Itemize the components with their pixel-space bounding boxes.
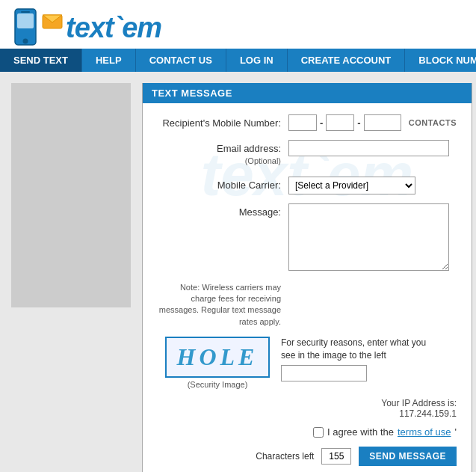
envelope-icon [41,11,64,30]
terms-row: I agree with the terms of use ' [158,426,457,438]
captcha-sublabel: (Security Image) [165,380,270,389]
ip-label-text: Your IP Address is: [381,398,457,408]
email-sublabel: (Optional) [158,156,281,167]
svg-rect-3 [21,11,30,13]
email-label-text: Email address: [217,143,281,154]
ip-value: 117.244.159.1 [399,408,457,419]
recipient-row: Recipient's Mobile Number: - - CONTACTS [158,114,457,131]
phone-area-code[interactable] [288,114,317,131]
captcha-row: HOLE (Security Image) For security reaso… [158,337,457,389]
message-textarea[interactable] [288,203,449,271]
form-panel: TEXT MESSAGE text`em Recipient's Mobile … [142,83,472,472]
terms-post: ' [455,426,457,438]
message-row: Message: [158,203,457,273]
note-text: Note: Wireless carriers may charge fees … [158,282,288,328]
contacts-link[interactable]: CONTACTS [409,118,457,127]
recipient-inputs: - - CONTACTS [288,114,457,131]
captcha-instructions: For security reasons, enter what you see… [281,337,430,362]
dash-1: - [320,117,323,129]
captcha-input[interactable] [281,365,367,381]
phone-number[interactable] [364,114,401,131]
left-ad [11,83,131,307]
ip-label: Your IP Address is: 117.244.159.1 [381,398,457,419]
note-row: Note: Wireless carriers may charge fees … [158,282,457,328]
ip-row: Your IP Address is: 117.244.159.1 [158,398,457,419]
phone-icon [11,7,45,49]
chars-left-input[interactable] [321,448,351,465]
recipient-label: Recipient's Mobile Number: [158,114,288,130]
chars-left-label: Characters left [256,451,314,462]
logo-text: text`em [66,12,161,44]
header: text`em [0,0,476,49]
nav-item-log-in[interactable]: LOG IN [226,49,288,72]
panel-body: text`em Recipient's Mobile Number: - - C… [143,103,472,472]
carrier-input-area: [Select a Provider]AT&TVerizonT-MobileSp… [288,177,457,194]
nav-item-help[interactable]: HELP [82,49,136,72]
carrier-row: Mobile Carrier: [Select a Provider]AT&TV… [158,177,457,194]
svg-point-2 [23,39,28,44]
captcha-container: HOLE (Security Image) [165,337,270,389]
carrier-label: Mobile Carrier: [158,177,288,192]
terms-link[interactable]: terms of use [398,426,451,438]
terms-pre: I agree with the [327,426,394,438]
navbar: SEND TEXTHELPCONTACT USLOG INCREATE ACCO… [0,49,476,72]
send-message-button[interactable]: SEND MESSAGE [359,447,457,466]
phone-prefix[interactable] [326,114,354,131]
dash-2: - [357,117,360,129]
nav-item-contact-us[interactable]: CONTACT US [136,49,226,72]
phone-inputs: - - CONTACTS [288,114,457,131]
email-row: Email address: (Optional) [158,140,457,168]
captcha-right: For security reasons, enter what you see… [281,337,430,381]
message-input-area [288,203,457,273]
left-sidebar [11,83,131,472]
main-content: TEXT MESSAGE text`em Recipient's Mobile … [0,72,476,472]
message-label: Message: [158,203,288,219]
terms-checkbox[interactable] [313,427,324,438]
nav-item-send-text[interactable]: SEND TEXT [0,49,82,72]
svg-rect-1 [17,13,34,28]
bottom-row: Characters left SEND MESSAGE [158,447,457,466]
nav-item-create-account[interactable]: CREATE ACCOUNT [288,49,406,72]
email-input-area [288,140,457,156]
captcha-image: HOLE [165,337,270,378]
email-label: Email address: (Optional) [158,140,288,168]
email-input[interactable] [288,140,449,156]
carrier-select[interactable]: [Select a Provider]AT&TVerizonT-MobileSp… [288,177,415,194]
nav-item-block-number[interactable]: BLOCK NUMBER [405,49,476,72]
logo-area: text`em [11,7,161,49]
panel-header: TEXT MESSAGE [143,83,472,103]
panel-title: TEXT MESSAGE [152,88,232,99]
